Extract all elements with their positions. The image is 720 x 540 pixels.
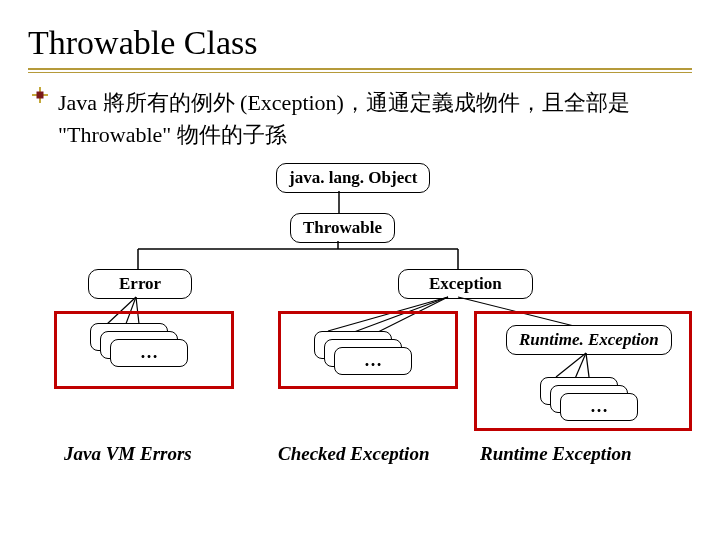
caption-checked: Checked Exception	[278, 443, 429, 465]
bullet-icon	[32, 87, 48, 103]
bullet-item: Java 將所有的例外 (Exception)，通通定義成物件，且全部是 "Th…	[28, 87, 692, 151]
connector-line	[118, 241, 478, 271]
node-throwable: Throwable	[290, 213, 395, 243]
group-runtime-exceptions	[474, 311, 692, 431]
title-underline	[28, 68, 692, 70]
caption-runtime: Runtime Exception	[480, 443, 632, 465]
group-checked-exceptions	[278, 311, 458, 389]
title-underline-thin	[28, 72, 692, 73]
svg-rect-2	[37, 92, 44, 99]
node-error: Error	[88, 269, 192, 299]
hierarchy-diagram: java. lang. Object Throwable Error Excep…	[28, 163, 692, 473]
node-exception: Exception	[398, 269, 533, 299]
group-vm-errors	[54, 311, 234, 389]
node-object: java. lang. Object	[276, 163, 430, 193]
bullet-text: Java 將所有的例外 (Exception)，通通定義成物件，且全部是 "Th…	[58, 87, 692, 151]
page-title: Throwable Class	[28, 24, 692, 62]
connector-line	[338, 191, 340, 213]
caption-vm-errors: Java VM Errors	[64, 443, 192, 465]
